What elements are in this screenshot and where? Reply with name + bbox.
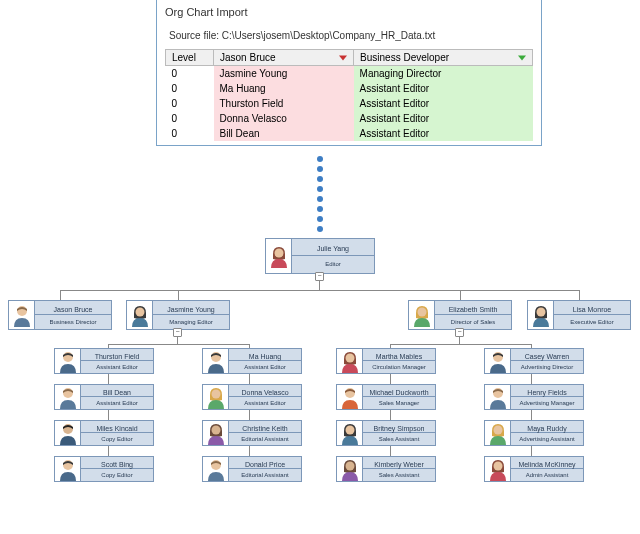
avatar-icon [203,349,229,373]
avatar-icon [55,349,81,373]
source-file-label: Source file: C:\Users\josem\Desktop\Comp… [165,26,533,49]
avatar-icon [55,385,81,409]
avatar-icon [55,421,81,445]
org-node[interactable]: Britney SimpsonSales Assistant [336,420,436,446]
table-row: 0Ma HuangAssistant Editor [166,81,533,96]
org-node[interactable]: Christine KeithEditorial Assistant [202,420,302,446]
avatar-icon [266,239,292,273]
org-node-top[interactable]: Julie YangEditor [265,238,375,274]
avatar-icon [9,301,35,329]
avatar-icon [485,385,511,409]
ellipsis-dots [0,156,640,232]
org-node[interactable]: Maya RuddyAdvertising Assistant [484,420,584,446]
org-node[interactable]: Miles KincaidCopy Editor [54,420,154,446]
col-role[interactable]: Business Developer [354,50,533,66]
avatar-icon [409,301,435,329]
org-node[interactable]: Michael DuckworthSales Manager [336,384,436,410]
org-node[interactable]: Jason BruceBusiness Director [8,300,112,330]
org-node[interactable]: Lisa MonroeExecutive Editor [527,300,631,330]
avatar-icon [337,385,363,409]
import-dialog: Org Chart Import Source file: C:\Users\j… [156,0,542,146]
org-node[interactable]: Henry FieldsAdvertising Manager [484,384,584,410]
org-node[interactable]: Ma HuangAssistant Editor [202,348,302,374]
avatar-icon [485,349,511,373]
avatar-icon [485,421,511,445]
table-row: 0Donna VelascoAssistant Editor [166,111,533,126]
avatar-icon [337,457,363,481]
org-chart: Julie YangEditor − Jason BruceBusiness D… [0,238,640,528]
org-node[interactable]: Donna VelascoAssistant Editor [202,384,302,410]
dropdown-icon[interactable] [518,55,526,60]
avatar-icon [337,421,363,445]
import-table: Level Jason Bruce Business Developer 0Ja… [165,49,533,141]
avatar-icon [337,349,363,373]
org-node[interactable]: Jasmine YoungManaging Editor [126,300,230,330]
org-node[interactable]: Donald PriceEditorial Assistant [202,456,302,482]
avatar-icon [485,457,511,481]
org-node[interactable]: Melinda McKinneyAdmin Assistant [484,456,584,482]
avatar-icon [528,301,554,329]
org-node[interactable]: Thurston FieldAssistant Editor [54,348,154,374]
avatar-icon [203,457,229,481]
table-row: 0Jasmine YoungManaging Director [166,66,533,82]
avatar-icon [203,385,229,409]
table-row: 0Bill DeanAssistant Editor [166,126,533,141]
table-row: 0Thurston FieldAssistant Editor [166,96,533,111]
org-node[interactable]: Martha MablesCirculation Manager [336,348,436,374]
org-node[interactable]: Casey WarrenAdvertising Director [484,348,584,374]
org-node[interactable]: Kimberly WeberSales Assistant [336,456,436,482]
col-level[interactable]: Level [166,50,214,66]
dialog-title: Org Chart Import [157,0,541,22]
avatar-icon [203,421,229,445]
avatar-icon [55,457,81,481]
org-node[interactable]: Elizabeth SmithDirector of Sales [408,300,512,330]
col-name[interactable]: Jason Bruce [214,50,354,66]
avatar-icon [127,301,153,329]
dropdown-icon[interactable] [339,55,347,60]
org-node[interactable]: Scott BingCopy Editor [54,456,154,482]
org-node[interactable]: Bill DeanAssistant Editor [54,384,154,410]
